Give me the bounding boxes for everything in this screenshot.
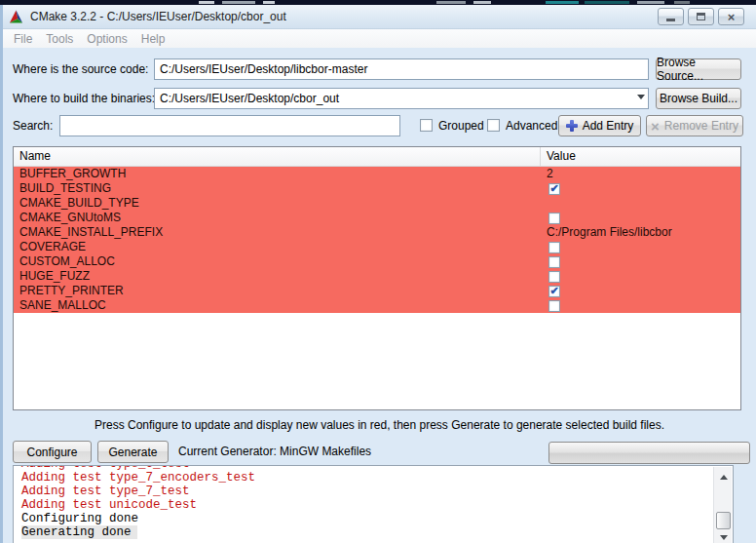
cache-row[interactable]: CMAKE_INSTALL_PREFIXC:/Program Files/lib… xyxy=(14,225,740,240)
check-icon: ✔ xyxy=(549,183,558,194)
maximize-button[interactable] xyxy=(688,8,714,25)
cache-row[interactable]: BUFFER_GROWTH2 xyxy=(14,167,740,181)
cache-row[interactable]: SANE_MALLOC xyxy=(14,298,740,313)
cache-table: Name Value BUFFER_GROWTH2BUILD_TESTING✔C… xyxy=(13,146,741,410)
configure-button[interactable]: Configure xyxy=(13,441,92,463)
cmake-window: CMake 3.2.2 - C:/Users/IEUser/Desktop/cb… xyxy=(0,5,756,543)
check-icon: ✔ xyxy=(549,286,558,296)
arrow-down-icon xyxy=(720,535,728,540)
combo-dropdown-icon[interactable] xyxy=(637,95,645,99)
log-lines: Adding test type_6_testAdding test type_… xyxy=(21,465,709,539)
cache-row-name[interactable]: COVERAGE xyxy=(14,240,541,254)
value-checkbox-unchecked[interactable] xyxy=(548,242,560,253)
arrow-up-icon xyxy=(720,475,728,480)
value-checkbox-unchecked[interactable] xyxy=(548,300,560,312)
background-window-fragment xyxy=(674,1,690,4)
menu-file[interactable]: File xyxy=(14,32,32,46)
cache-row[interactable]: CMAKE_BUILD_TYPE xyxy=(14,196,740,211)
cache-row-value[interactable] xyxy=(541,240,740,254)
cache-row-value[interactable]: ✔ xyxy=(541,284,740,298)
cache-row-name[interactable]: CUSTOM_ALLOC xyxy=(14,254,541,269)
column-header-value[interactable]: Value xyxy=(541,147,740,166)
background-window-fragment xyxy=(473,1,491,4)
cache-table-header: Name Value xyxy=(14,147,740,167)
remove-entry-label: Remove Entry xyxy=(664,119,738,133)
minimize-icon xyxy=(666,19,675,21)
cache-row-value[interactable] xyxy=(541,269,740,284)
add-entry-label: Add Entry xyxy=(583,119,634,133)
background-window-fragment xyxy=(637,1,664,4)
x-icon: × xyxy=(651,119,660,134)
browse-source-button[interactable]: Browse Source... xyxy=(656,58,741,80)
cache-row-name[interactable]: CMAKE_GNUtoMS xyxy=(14,211,541,225)
menu-bar: File Tools Options Help xyxy=(3,29,756,48)
background-window-fragment xyxy=(546,1,579,4)
cache-row[interactable]: CMAKE_GNUtoMS xyxy=(14,211,740,225)
configure-label: Configure xyxy=(26,446,77,459)
source-path-input[interactable] xyxy=(154,58,649,80)
advanced-checkbox[interactable] xyxy=(487,119,500,132)
title-bar[interactable]: CMake 3.2.2 - C:/Users/IEUser/Desktop/cb… xyxy=(0,5,756,29)
minimize-button[interactable] xyxy=(658,8,684,25)
cache-row-name[interactable]: BUILD_TESTING xyxy=(14,181,541,196)
cache-row-name[interactable]: CMAKE_INSTALL_PREFIX xyxy=(14,225,541,240)
log-line: Adding test type_7_encoders_test xyxy=(21,471,709,485)
cache-row[interactable]: BUILD_TESTING✔ xyxy=(14,181,740,196)
search-input[interactable] xyxy=(59,115,400,136)
log-line: Adding test type_7_test xyxy=(21,485,709,498)
cache-row-value[interactable]: C:/Program Files/libcbor xyxy=(541,225,740,240)
menu-options[interactable]: Options xyxy=(87,32,127,46)
cache-row-value[interactable]: ✔ xyxy=(541,181,740,196)
column-header-name[interactable]: Name xyxy=(14,147,541,166)
background-window-fragment xyxy=(436,1,466,4)
plus-icon xyxy=(566,120,578,132)
scrollbar-thumb[interactable] xyxy=(716,512,731,529)
cache-row-value[interactable] xyxy=(541,254,740,269)
build-path-input[interactable] xyxy=(154,88,649,109)
menu-help[interactable]: Help xyxy=(141,32,166,46)
source-code-label: Where is the source code: xyxy=(13,59,148,79)
cache-row-value[interactable] xyxy=(541,196,740,211)
cache-row-name[interactable]: PRETTY_PRINTER xyxy=(14,284,541,298)
cache-row[interactable]: COVERAGE xyxy=(14,240,740,254)
cache-row[interactable]: PRETTY_PRINTER✔ xyxy=(14,284,740,298)
output-log: Adding test type_6_testAdding test type_… xyxy=(13,465,734,543)
grouped-checkbox[interactable] xyxy=(420,119,433,132)
remove-entry-button[interactable]: × Remove Entry xyxy=(646,115,743,136)
log-line: Adding test unicode_test xyxy=(21,498,709,512)
cache-row[interactable]: CUSTOM_ALLOC xyxy=(14,254,740,269)
cache-row-name[interactable]: CMAKE_BUILD_TYPE xyxy=(14,196,541,211)
value-checkbox-checked[interactable]: ✔ xyxy=(548,183,560,195)
value-checkbox-unchecked[interactable] xyxy=(548,271,560,283)
window-controls: × xyxy=(658,8,744,25)
menu-tools[interactable]: Tools xyxy=(46,32,73,46)
value-checkbox-unchecked[interactable] xyxy=(548,213,560,224)
close-button[interactable]: × xyxy=(718,8,744,25)
progress-bar xyxy=(548,442,750,464)
add-entry-button[interactable]: Add Entry xyxy=(558,115,641,136)
value-checkbox-unchecked[interactable] xyxy=(548,256,560,268)
cache-row-value[interactable] xyxy=(541,298,740,313)
advanced-label: Advanced xyxy=(506,116,557,136)
cache-row[interactable]: HUGE_FUZZ xyxy=(14,269,740,284)
scroll-down-button[interactable] xyxy=(714,529,733,543)
generate-button[interactable]: Generate xyxy=(97,441,169,463)
background-window-fragment xyxy=(585,1,629,4)
cache-row-name[interactable]: HUGE_FUZZ xyxy=(14,269,541,284)
log-scrollbar[interactable] xyxy=(713,467,732,543)
log-line: Generating done xyxy=(21,525,137,539)
window-title: CMake 3.2.2 - C:/Users/IEUser/Desktop/cb… xyxy=(30,10,286,23)
build-binaries-label: Where to build the binaries: xyxy=(13,89,155,108)
build-path-combobox xyxy=(154,88,649,109)
browse-source-label: Browse Source... xyxy=(657,56,740,83)
close-icon: × xyxy=(728,11,736,23)
cache-row-value[interactable]: 2 xyxy=(541,167,740,181)
current-generator-text: Current Generator: MinGW Makefiles xyxy=(178,441,371,463)
cache-row-name[interactable]: SANE_MALLOC xyxy=(14,298,541,313)
cache-row-name[interactable]: BUFFER_GROWTH xyxy=(14,167,541,181)
cache-row-value[interactable] xyxy=(541,211,740,225)
scroll-up-button[interactable] xyxy=(714,469,733,485)
log-line: Configuring done xyxy=(21,512,709,525)
browse-build-button[interactable]: Browse Build... xyxy=(656,88,741,109)
value-checkbox-checked[interactable]: ✔ xyxy=(548,286,560,297)
